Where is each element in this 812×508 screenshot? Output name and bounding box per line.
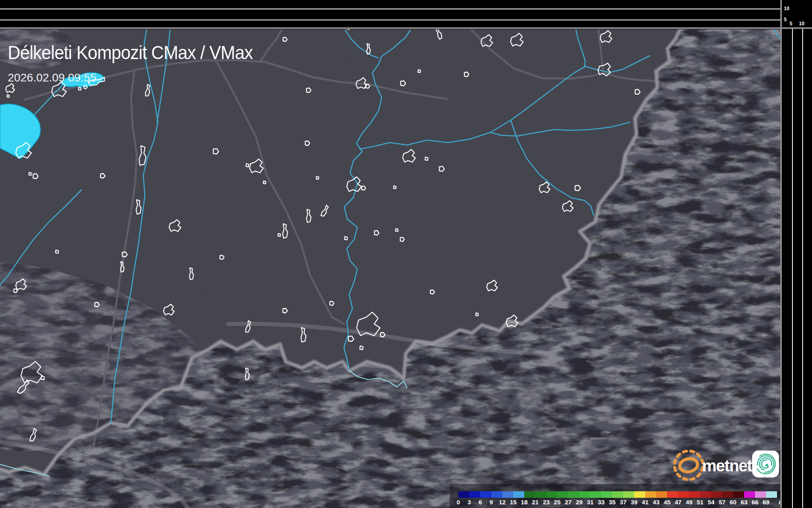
scale-tick-label: 21 [532, 499, 539, 506]
scale-color-segment [689, 491, 700, 498]
metnet-logo: metnet [663, 447, 786, 485]
scale-color-segment [535, 491, 546, 498]
height-axis-label-right-5: 5 [790, 21, 792, 26]
scale-tick-label: 12 [499, 499, 506, 506]
scale-tick-label: 27 [565, 499, 572, 506]
scale-color-segment [612, 491, 623, 498]
scale-color-segment [722, 491, 733, 498]
scale-tick-label: 9 [490, 499, 493, 506]
scale-tick-label: 15 [510, 499, 517, 506]
scale-tick-label: 47 [675, 499, 682, 506]
scale-color-segment [711, 491, 722, 498]
scale-color-segment [546, 491, 557, 498]
scale-color-segment [568, 491, 579, 498]
scale-tick-label: 45 [664, 499, 671, 506]
scale-tick-label: 23 [543, 499, 550, 506]
height-axis-label-5: 5 [784, 17, 787, 22]
scale-color-segment [656, 491, 667, 498]
scale-color-segments [458, 491, 777, 498]
radar-composite-screen: 10 5 5 10 Délkeleti Kompozit CMax / VMax… [0, 0, 812, 508]
scale-tick-label: 35 [609, 499, 616, 506]
scale-tick-label: 37 [620, 499, 627, 506]
radar-map-canvas [0, 0, 812, 508]
height-gridline-5km [0, 20, 780, 20]
scale-color-segment [524, 491, 535, 498]
scale-tick-label: 25 [554, 499, 561, 506]
scale-color-segment [469, 491, 480, 498]
scale-tick-label: 33 [598, 499, 605, 506]
hungaromet-spiral-icon [752, 450, 779, 478]
scale-tick-label: 29 [576, 499, 583, 506]
scale-color-segment [700, 491, 711, 498]
scale-tick-label: 41 [642, 499, 649, 506]
scale-tick-label: 6 [479, 499, 482, 506]
panel-divider-horizontal [0, 27, 812, 29]
sun-logo-icon [672, 449, 705, 481]
scale-tick-label: 31 [587, 499, 594, 506]
map-grain-texture [0, 29, 780, 508]
scale-color-segment [502, 491, 513, 498]
scale-tick-label: 60 [730, 499, 737, 506]
scale-color-segment [557, 491, 568, 498]
scale-color-segment [645, 491, 656, 498]
height-gridline-10km-vertical [802, 29, 803, 508]
scale-color-segment [480, 491, 491, 498]
top-profile-panel [0, 0, 780, 27]
scale-tick-label: 51 [697, 499, 704, 506]
scale-color-segment [744, 491, 755, 498]
scale-color-segment [755, 491, 766, 498]
scale-tick-label: 3 [468, 499, 471, 506]
scale-tick-label: 0 [457, 499, 460, 506]
scale-color-segment [678, 491, 689, 498]
scale-tick-label: 54 [708, 499, 715, 506]
scale-color-segment [579, 491, 590, 498]
metnet-wordmark: metnet [702, 457, 752, 475]
scale-color-segment [601, 491, 612, 498]
height-axis-label-right-10: 10 [799, 21, 804, 26]
right-profile-panel: 10 5 5 10 [782, 0, 812, 508]
scale-color-segment [623, 491, 634, 498]
scale-color-segment [590, 491, 601, 498]
scale-tick-label: 18 [521, 499, 528, 506]
scale-color-segment [458, 491, 469, 498]
height-axis-label-10: 10 [784, 6, 789, 11]
scale-tick-label: 49 [686, 499, 693, 506]
scale-tick-label: 39 [631, 499, 638, 506]
panel-divider-vertical [780, 0, 782, 508]
product-timestamp: 2026.02.09 09:55 [8, 71, 96, 84]
scale-tick-label: 63 [741, 499, 748, 506]
scale-tick-label: 66 [752, 499, 759, 506]
scale-tick-label: 57 [719, 499, 726, 506]
scale-color-segment [513, 491, 524, 498]
scale-color-segment [733, 491, 744, 498]
height-gridline-5km-vertical [792, 29, 793, 508]
height-gridline-10km [0, 9, 780, 9]
scale-tick-label: 43 [653, 499, 660, 506]
scale-tick-label: 69 [763, 499, 770, 506]
scale-color-segment [634, 491, 645, 498]
scale-color-segment [491, 491, 502, 498]
product-title: Délkeleti Kompozit CMax / VMax [8, 41, 253, 64]
scale-color-segment [766, 491, 777, 498]
scale-color-segment [667, 491, 678, 498]
